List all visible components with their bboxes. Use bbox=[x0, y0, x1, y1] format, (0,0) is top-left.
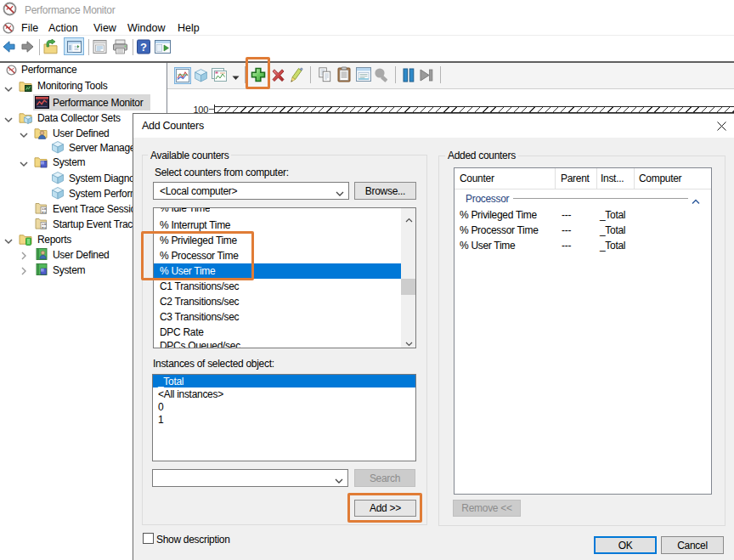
svg-text:01: 01 bbox=[42, 210, 47, 214]
svg-text:01: 01 bbox=[42, 225, 47, 229]
svg-text:?: ? bbox=[140, 41, 147, 54]
